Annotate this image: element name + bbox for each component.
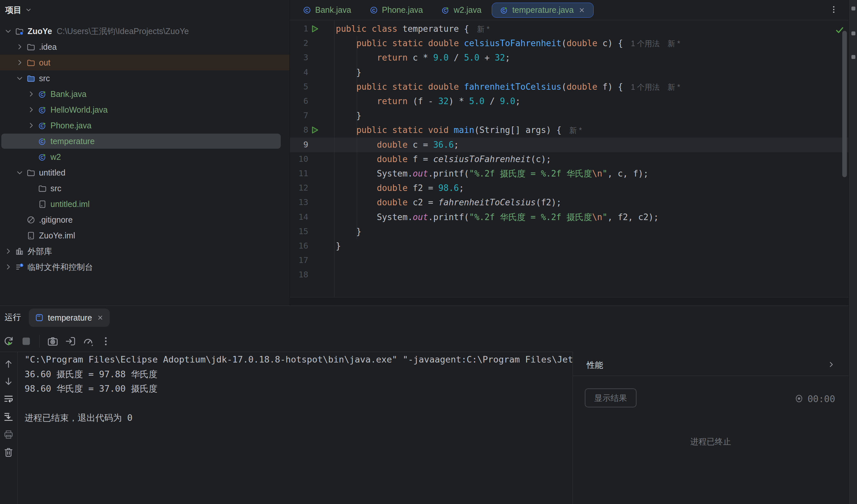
svg-text:C: C [443, 8, 447, 13]
inlay-hint[interactable]: 1 个用法 [631, 39, 660, 48]
code-line[interactable]: } [336, 65, 835, 80]
inlay-hint[interactable]: 新 * [569, 126, 582, 135]
line-number: 12 [290, 181, 308, 195]
tree-row[interactable]: ZuoYeC:\Users\王泯钧\IdeaProjects\ZuoYe [0, 23, 289, 39]
code-line[interactable]: double f = celsiusToFahrenheit(c); [336, 152, 835, 167]
code-line[interactable]: System.out.printf("%.2f 摄氏度 = %.2f 华氏度\n… [336, 167, 835, 181]
inlay-hint[interactable]: 新 * [668, 39, 680, 48]
project-panel-header[interactable]: 项目 [5, 3, 32, 16]
code-line[interactable]: return c * 9.0 / 5.0 + 32; [336, 50, 835, 65]
chevron-icon[interactable] [15, 58, 24, 67]
tree-row[interactable]: Cw2 [0, 149, 289, 165]
record-icon [794, 394, 804, 403]
editor-options-kebab-icon[interactable] [829, 4, 839, 14]
tree-row[interactable]: ZuoYe.iml [0, 228, 289, 243]
tree-item-label: HelloWorld.java [50, 105, 108, 115]
print-button[interactable] [3, 429, 14, 440]
code-line[interactable]: double c2 = fahrenheitToCelsius(f2); [336, 195, 835, 210]
chevron-icon[interactable] [27, 90, 35, 98]
tree-row[interactable]: untitled [0, 165, 289, 180]
tree-row[interactable]: 临时文件和控制台 [0, 259, 289, 275]
run-line-icon[interactable] [309, 125, 319, 135]
code-line[interactable]: public class temperature {新 * [336, 22, 835, 36]
process-status-text: 进程已终止 [573, 436, 848, 447]
editor-scrollbar-thumb[interactable] [842, 31, 847, 177]
code-line[interactable]: } [336, 239, 835, 253]
ide-window: 项目 ZuoYeC:\Users\王泯钧\IdeaProjects\ZuoYe.… [0, 0, 857, 504]
up-button[interactable] [3, 358, 14, 369]
editor-tab-phone-java[interactable]: CPhone.java [362, 3, 431, 18]
stripe-icon[interactable] [852, 6, 855, 11]
code-line[interactable]: double c = 36.6; [336, 138, 835, 152]
profiler-button[interactable] [82, 335, 94, 347]
more-button[interactable] [100, 335, 112, 347]
tree-row[interactable]: untitled.iml [0, 196, 289, 212]
tree-row[interactable]: out [0, 55, 289, 70]
code-line[interactable]: } [336, 224, 835, 239]
scroll-end-button[interactable] [3, 411, 14, 422]
tree-row[interactable]: src [0, 180, 289, 196]
editor-tab-temperature-java[interactable]: Ctemperature.java [492, 3, 594, 18]
close-icon[interactable] [578, 6, 585, 14]
code-line[interactable]: double f2 = 98.6; [336, 181, 835, 195]
run-tab-close-icon[interactable] [97, 314, 104, 321]
tree-row[interactable]: CHelloWorld.java [0, 102, 289, 118]
tree-row[interactable]: CBank.java [0, 86, 289, 102]
run-tab-label: temperature [48, 313, 92, 323]
run-line-icon[interactable] [309, 24, 319, 34]
tab-label: temperature.java [512, 5, 574, 15]
class-run-icon: C [441, 6, 450, 14]
folder-source-icon [27, 74, 35, 83]
camera-button[interactable] [47, 335, 58, 347]
chevron-down-icon[interactable] [25, 6, 32, 14]
tree-row[interactable]: src [0, 70, 289, 86]
code-line[interactable]: } [336, 108, 835, 123]
chevron-right-icon[interactable] [827, 360, 835, 369]
tree-item-label: 外部库 [28, 246, 52, 257]
tree-row[interactable]: Ctemperature [0, 133, 289, 149]
chevron-icon[interactable] [4, 263, 13, 271]
editor-body[interactable]: 123456789101112131415161718 public class… [290, 20, 848, 297]
attach-button[interactable] [65, 335, 76, 347]
code-line[interactable] [336, 267, 835, 282]
editor-tab-w2-java[interactable]: Cw2.java [433, 3, 490, 18]
tree-row[interactable]: .idea [0, 39, 289, 55]
inlay-hint[interactable]: 1 个用法 [631, 83, 660, 91]
clear-button[interactable] [3, 447, 14, 458]
chevron-icon[interactable] [27, 105, 35, 114]
run-configuration-tab[interactable]: temperature [29, 309, 110, 327]
stripe-icon[interactable] [852, 32, 855, 35]
editor-area: CBank.javaCPhone.javaCw2.javaCtemperatur… [290, 0, 848, 306]
tab-label: Bank.java [315, 5, 351, 15]
tree-item-label: ZuoYe.iml [39, 231, 75, 240]
soft-wrap-button[interactable] [3, 394, 14, 405]
tree-row[interactable]: 外部库 [0, 243, 289, 259]
tree-row[interactable]: CPhone.java [0, 118, 289, 133]
chevron-icon[interactable] [4, 247, 13, 256]
line-number: 2 [290, 36, 308, 50]
chevron-icon[interactable] [15, 42, 24, 51]
chevron-icon[interactable] [27, 121, 35, 130]
editor-tab-bank-java[interactable]: CBank.java [295, 3, 359, 18]
rerun-button[interactable] [3, 335, 14, 347]
inlay-hint[interactable]: 新 * [477, 25, 489, 33]
chevron-icon[interactable] [4, 27, 13, 35]
svg-text:C: C [372, 7, 375, 13]
chevron-icon[interactable] [15, 74, 24, 83]
tree-row[interactable]: .gitignore [0, 212, 289, 228]
folder-icon [27, 168, 35, 177]
stop-button[interactable] [20, 335, 32, 347]
show-results-button[interactable]: 显示结果 [585, 388, 637, 407]
down-button[interactable] [3, 376, 14, 387]
chevron-icon[interactable] [15, 168, 24, 177]
code-line[interactable] [336, 253, 835, 267]
code-line[interactable]: public static double celsiusToFahrenheit… [336, 36, 835, 50]
stripe-icon[interactable] [852, 55, 855, 59]
console-output[interactable]: "C:\Program Files\Eclipse Adoptium\jdk-1… [24, 352, 573, 504]
svg-text:C: C [40, 92, 44, 97]
code-line[interactable]: return (f - 32) * 5.0 / 9.0; [336, 94, 835, 108]
code-line[interactable]: public static double fahrenheitToCelsius… [336, 80, 835, 94]
code-line[interactable]: System.out.printf("%.2f 华氏度 = %.2f 摄氏度\n… [336, 210, 835, 224]
inlay-hint[interactable]: 新 * [668, 83, 680, 91]
code-line[interactable]: public static void main(String[] args) {… [336, 123, 835, 137]
